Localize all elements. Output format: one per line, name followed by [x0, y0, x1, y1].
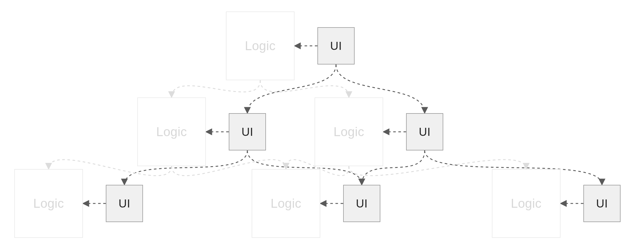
diagram-canvas: Logic UI Logic UI Logic UI Logic UI Logi… — [0, 0, 644, 243]
ui-label: UI — [596, 197, 608, 210]
logic-node-row1-a: Logic — [137, 97, 206, 166]
ui-node-row2-b: UI — [343, 185, 380, 222]
logic-node-row2-b: Logic — [252, 169, 320, 238]
ui-node-row1-b: UI — [406, 113, 443, 150]
logic-node-row2-c: Logic — [492, 169, 560, 238]
logic-label: Logic — [245, 39, 276, 53]
logic-label: Logic — [33, 196, 64, 211]
logic-label: Logic — [511, 196, 542, 211]
edge-logic0-to-logic1b — [260, 80, 349, 97]
ui-label: UI — [419, 126, 431, 138]
ui-label: UI — [356, 197, 368, 210]
ui-node-row0: UI — [317, 27, 355, 64]
logic-label: Logic — [156, 125, 187, 139]
logic-node-row0: Logic — [226, 11, 295, 80]
logic-label: Logic — [333, 125, 364, 139]
logic-label: Logic — [271, 196, 301, 211]
logic-node-row1-b: Logic — [315, 97, 383, 166]
ui-node-row1-a: UI — [229, 113, 266, 150]
edge-logic0-to-logic1a — [172, 80, 260, 97]
ui-label: UI — [119, 197, 130, 210]
ui-label: UI — [242, 126, 253, 138]
logic-node-row2-a: Logic — [14, 169, 83, 238]
ui-node-row2-a: UI — [106, 185, 143, 222]
ui-label: UI — [330, 40, 342, 52]
ui-node-row2-c: UI — [583, 185, 621, 222]
